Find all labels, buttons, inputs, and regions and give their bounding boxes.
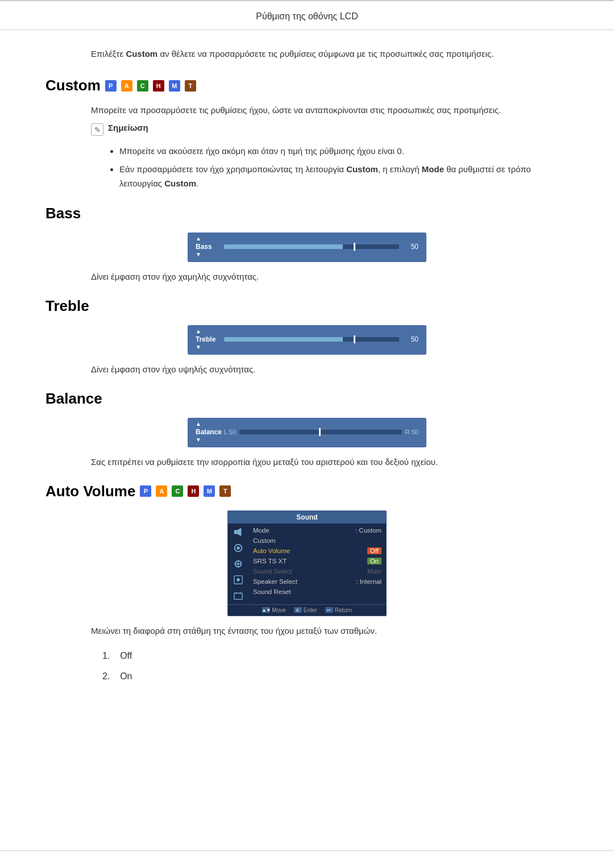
av-badge-m: M <box>204 485 215 497</box>
bass-description: Δίνει έμφαση στον ήχο χαμηλής συχνότητας… <box>45 270 569 284</box>
bullet-1-text: Μπορείτε να ακούσετε ήχο ακόμη και όταν … <box>119 146 404 156</box>
bass-heading-text: Bass <box>45 205 81 222</box>
balance-section: Balance ▲ Balance L 50 R 50 ▼ Σα <box>45 390 569 469</box>
treble-heading: Treble <box>45 297 569 315</box>
balance-heading: Balance <box>45 390 569 408</box>
osd-mode-val: : Custom <box>355 527 381 534</box>
osd-icons-column <box>228 524 248 604</box>
badge-a: A <box>121 80 132 92</box>
bass-slider-track[interactable] <box>224 244 399 249</box>
balance-up-arrow: ▲ <box>196 421 201 427</box>
svg-rect-9 <box>234 593 242 599</box>
av-badge-t: T <box>219 485 231 497</box>
balance-slider-box: ▲ Balance L 50 R 50 ▼ <box>188 418 426 447</box>
osd-row-sound-reset: Sound Reset <box>253 587 381 596</box>
balance-slider-container: ▲ Balance L 50 R 50 ▼ <box>45 418 569 447</box>
auto-volume-heading-text: Auto Volume <box>45 483 135 500</box>
auto-volume-section: Auto Volume P A C H M T Sound <box>45 483 569 686</box>
intro-bold: Custom <box>126 49 157 59</box>
osd-row-sound-select: Sound Select Main <box>253 567 381 576</box>
osd-body: Mode : Custom Custom Auto Volume Off <box>228 524 386 604</box>
balance-slider-label: Balance <box>196 428 221 436</box>
treble-description: Δίνει έμφαση στον ήχο υψηλής συχνότητας. <box>45 363 569 376</box>
option-on: 2. On <box>102 667 569 686</box>
treble-slider-box: ▲ Treble 50 ▼ <box>188 325 426 355</box>
osd-footer-move: ▲▼ Move <box>262 607 285 613</box>
balance-right-label: R 50 <box>405 429 418 435</box>
balance-track[interactable] <box>239 430 402 434</box>
osd-icon-1 <box>231 526 246 538</box>
custom-body: Μπορείτε να προσαρμόσετε τις ρυθμίσεις ή… <box>45 103 569 117</box>
intro-prefix: Επιλέξτε <box>91 49 126 59</box>
osd-row-custom: Custom <box>253 536 381 545</box>
osd-footer-return: ↩ Return <box>325 607 352 613</box>
osd-move-label: Move <box>272 607 285 613</box>
osd-custom-key: Custom <box>253 537 276 544</box>
auto-volume-description: Μειώνει τη διαφορά στη στάθμη της ένταση… <box>45 624 569 638</box>
intro-suffix: αν θέλετε να προσαρμόσετε τις ρυθμίσεις … <box>157 49 493 59</box>
option-on-text: On <box>120 671 132 681</box>
svg-rect-0 <box>234 530 237 534</box>
bullet-item-2: Εάν προσαρμόσετε τον ήχο χρησιμοποιώντας… <box>119 162 569 191</box>
bass-slider-value: 50 <box>405 243 418 251</box>
badge-h: H <box>153 80 164 92</box>
badge-m: M <box>169 80 180 92</box>
bass-slider-box: ▲ Bass 50 ▼ <box>188 232 426 262</box>
treble-slider-label: Treble <box>196 335 218 343</box>
bass-slider-container: ▲ Bass 50 ▼ <box>45 232 569 262</box>
note-box: ✎ Σημείωση <box>45 123 569 136</box>
page-header: Ρύθμιση της οθόνης LCD <box>0 1 614 30</box>
osd-ss-val: Main <box>367 568 381 575</box>
badge-c: C <box>137 80 148 92</box>
osd-spk-key: Speaker Select <box>253 578 297 585</box>
av-badge-a: A <box>156 485 167 497</box>
osd-icon-4 <box>231 574 246 586</box>
treble-slider-row: Treble 50 <box>196 335 418 343</box>
balance-left-label: L 50 <box>224 429 236 435</box>
osd-return-label: Return <box>335 607 352 613</box>
intro-paragraph: Επιλέξτε Custom αν θέλετε να προσαρμόσετ… <box>45 47 569 61</box>
custom-heading: Custom P A C H M T <box>45 77 569 94</box>
osd-row-speaker-select: Speaker Select : Internal <box>253 577 381 586</box>
osd-srs-val: On <box>367 558 381 564</box>
treble-slider-container: ▲ Treble 50 ▼ <box>45 325 569 355</box>
av-badge-c: C <box>172 485 183 497</box>
osd-return-icon: ↩ <box>325 607 333 613</box>
balance-description: Σας επιτρέπει να ρυθμίσετε την ισορροπία… <box>45 455 569 469</box>
treble-slider-track[interactable] <box>224 337 399 342</box>
osd-footer: ▲▼ Move E Enter ↩ Return <box>228 604 386 616</box>
treble-slider-thumb <box>354 335 355 343</box>
osd-menu: Sound <box>227 510 387 616</box>
osd-sr-key: Sound Reset <box>253 588 291 595</box>
av-badge-p: P <box>140 485 151 497</box>
osd-row-mode: Mode : Custom <box>253 526 381 535</box>
osd-title: Sound <box>228 511 386 524</box>
note-icon: ✎ <box>91 123 103 136</box>
svg-point-3 <box>237 546 239 549</box>
custom-section: Custom P A C H M T Μπορείτε να προσαρμόσ… <box>45 77 569 191</box>
treble-slider-fill <box>224 337 343 342</box>
osd-rows: Mode : Custom Custom Auto Volume Off <box>248 524 386 604</box>
treble-section: Treble ▲ Treble 50 ▼ Δίνει έμφα <box>45 297 569 376</box>
osd-av-key: Auto Volume <box>253 547 290 554</box>
bass-slider-row: Bass 50 <box>196 243 418 251</box>
balance-heading-text: Balance <box>45 390 102 408</box>
av-badge-h: H <box>188 485 199 497</box>
page-title: Ρύθμιση της οθόνης LCD <box>256 11 358 21</box>
badge-p: P <box>105 80 117 92</box>
main-content: Επιλέξτε Custom αν θέλετε να προσαρμόσετ… <box>0 30 614 722</box>
bullet-item-1: Μπορείτε να ακούσετε ήχο ακόμη και όταν … <box>119 144 569 159</box>
svg-point-8 <box>237 578 239 581</box>
osd-mode-key: Mode <box>253 527 269 534</box>
osd-row-auto-volume[interactable]: Auto Volume Off <box>253 546 381 555</box>
bass-section: Bass ▲ Bass 50 ▼ Δίνει έμφαση σ <box>45 205 569 284</box>
osd-srs-key: SRS TS XT <box>253 558 287 564</box>
option-off-num: 1. <box>102 651 118 661</box>
option-on-num: 2. <box>102 671 118 681</box>
bass-heading: Bass <box>45 205 569 222</box>
bass-slider-label: Bass <box>196 243 218 251</box>
osd-container: Sound <box>45 510 569 616</box>
osd-icon-3 <box>231 558 246 570</box>
badge-t: T <box>185 80 196 92</box>
osd-spk-val: : Internal <box>356 578 381 585</box>
